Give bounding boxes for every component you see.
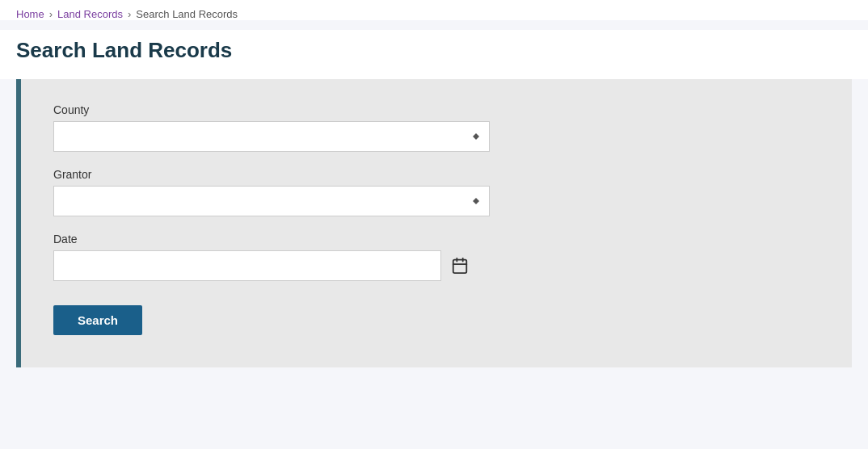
search-button[interactable]: Search [53, 305, 142, 335]
svg-rect-0 [453, 260, 467, 274]
breadcrumb-separator-1: › [49, 8, 53, 20]
calendar-icon-button[interactable] [448, 254, 472, 278]
grantor-label: Grantor [53, 168, 820, 181]
form-panel: County Grantor Date [21, 79, 852, 367]
grantor-select[interactable] [53, 186, 490, 216]
breadcrumb-land-records-link[interactable]: Land Records [57, 8, 123, 20]
date-form-group: Date [53, 233, 820, 281]
county-label: County [53, 103, 820, 116]
calendar-icon [451, 257, 469, 275]
grantor-form-group: Grantor [53, 168, 820, 216]
breadcrumb: Home › Land Records › Search Land Record… [0, 0, 868, 20]
breadcrumb-home-link[interactable]: Home [16, 8, 44, 20]
content-area: County Grantor Date [0, 79, 868, 384]
breadcrumb-separator-2: › [128, 8, 131, 20]
county-select[interactable] [53, 121, 490, 152]
breadcrumb-current: Search Land Records [136, 8, 238, 20]
page-container: Home › Land Records › Search Land Record… [0, 0, 868, 449]
date-input[interactable] [53, 250, 441, 281]
date-label: Date [53, 233, 820, 245]
page-header: Search Land Records [0, 30, 868, 79]
page-title: Search Land Records [16, 38, 852, 63]
date-input-wrapper [53, 250, 820, 281]
county-form-group: County [53, 103, 820, 152]
